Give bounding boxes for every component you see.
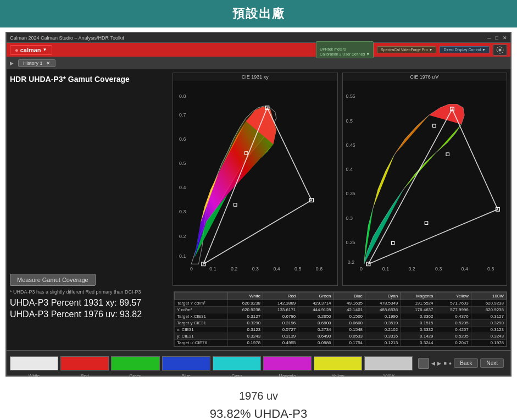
row-value: 0.6786 [263, 313, 298, 320]
swatch-white[interactable]: White [10, 356, 58, 371]
row-label: Y cd/m² [175, 307, 228, 313]
main-content: HDR UHDA-P3* Gamut Coverage Measure Gamu… [7, 69, 510, 289]
back-icon[interactable]: ◀ [431, 361, 435, 366]
swatch-label: Green [129, 373, 141, 378]
col-header-blue: Blue [333, 292, 365, 300]
row-value: 0.0533 [333, 333, 365, 340]
swatch-magenta[interactable]: Magenta [263, 356, 312, 371]
row-value: 0.3139 [263, 333, 298, 340]
swatch-cyan[interactable]: Cyan [213, 356, 261, 371]
col-header-label [175, 292, 228, 300]
swatch-green[interactable]: Green [111, 356, 159, 371]
charts-area: CIE 1931 xy 0.8 0.7 0.6 0.5 0.4 0.3 0.2 … [173, 73, 507, 286]
svg-text:0.35: 0.35 [346, 191, 355, 196]
svg-text:0.1: 0.1 [179, 253, 186, 259]
row-value: 0.1754 [333, 340, 365, 346]
close-icon[interactable]: ✕ [503, 35, 507, 41]
uprtek-conn-btn[interactable]: UPRtek meters Calibration 2 User Defined… [316, 41, 374, 58]
secondary-toolbar: ▶ History 1 ✕ [7, 57, 510, 69]
svg-text:0: 0 [190, 266, 193, 272]
app-window: Calman 2024 Calman Studio – Analysis/HDR… [5, 32, 512, 377]
swatch-yellow[interactable]: Yellow [314, 356, 362, 371]
svg-text:0.3: 0.3 [346, 215, 352, 221]
row-value: 444.9128 [298, 307, 333, 313]
table-row: Target y:CIE310.32900.31960.69000.06000.… [175, 320, 507, 327]
settings-icon-btn[interactable] [493, 45, 507, 56]
row-value: 478.5349 [365, 300, 401, 307]
svg-text:0.4: 0.4 [461, 266, 468, 272]
col-header-red: Red [263, 292, 298, 300]
stats-table-row: * UHDA-P3 has a slightly different Red p… [7, 289, 510, 350]
play-icon[interactable]: ▶ [10, 60, 14, 66]
minimize-icon[interactable]: ─ [487, 35, 491, 41]
row-value: 0.0986 [298, 340, 333, 346]
stat-1931: UHDA-P3 Percent 1931 xy: 89.57 [10, 298, 169, 308]
swatch-red[interactable]: Red [60, 356, 109, 371]
maximize-icon[interactable]: □ [496, 35, 498, 41]
row-value: 0.5205 [436, 320, 471, 327]
svg-point-0 [499, 48, 502, 51]
row-value: 620.9238 [471, 307, 506, 313]
col-header-yellow: Yellow [436, 292, 471, 300]
footnote: * UHDA-P3 has a slightly different Red p… [10, 289, 169, 295]
stop-icon[interactable]: ■ [443, 361, 446, 366]
cie1976-chart: 0.55 0.5 0.45 0.4 0.35 0.3 0.25 0.2 0 0.… [343, 81, 507, 283]
row-value: 0.3316 [365, 333, 401, 340]
row-value: 0.2650 [298, 313, 333, 320]
row-value: 0.1996 [365, 313, 401, 320]
row-value: 0.3332 [401, 327, 436, 333]
table-row: Y cd/m²620.9238133.6171444.912842.140148… [175, 307, 507, 313]
row-value: 42.1401 [333, 307, 365, 313]
row-value: 577.9996 [436, 307, 471, 313]
row-label: Target y:CIE31 [175, 320, 228, 327]
swatch-blue[interactable]: Blue [162, 356, 210, 371]
table-row: Target u':CIE760.19780.49550.09860.17540… [175, 340, 507, 346]
row-value: 620.9238 [227, 307, 263, 313]
label-1976: 1976 uv [0, 390, 517, 402]
col-header-100w: 100W [471, 292, 506, 300]
svg-text:0.4: 0.4 [346, 167, 352, 172]
row-value: 0.5205 [436, 333, 471, 340]
row-value: 429.3714 [298, 300, 333, 307]
play-icon-nav[interactable]: ▶ [437, 361, 441, 366]
row-value: 0.2102 [365, 327, 401, 333]
stat-1976: UHDA-P3 Percent 1976 uv: 93.82 [10, 310, 169, 319]
row-value: 0.2734 [298, 327, 333, 333]
svg-text:0.4: 0.4 [273, 266, 280, 272]
row-value: 0.1515 [401, 320, 436, 327]
row-value: 620.9238 [227, 300, 263, 307]
next-button[interactable]: Next [480, 358, 504, 368]
left-panel: HDR UHDA-P3* Gamut Coverage Measure Gamu… [10, 73, 169, 286]
row-value: 0.1213 [365, 340, 401, 346]
col-header-cyan: Cyan [365, 292, 401, 300]
swatch-label: Magenta [279, 373, 296, 378]
row-value: 0.3123 [471, 327, 506, 333]
row-value: 0.6900 [298, 320, 333, 327]
app-title: Calman 2024 Calman Studio – Analysis/HDR… [10, 35, 124, 41]
table-row: Target Y cd/m²620.9238142.3889429.371449… [175, 300, 507, 307]
row-value: 0.3127 [227, 313, 263, 320]
row-value: 0.5727 [263, 327, 298, 333]
row-label: Target u':CIE76 [175, 340, 228, 346]
row-value: 0.3127 [471, 313, 506, 320]
svg-text:0.6: 0.6 [316, 266, 323, 272]
record-icon[interactable]: ● [449, 361, 452, 366]
svg-text:0.1: 0.1 [382, 266, 388, 272]
row-label: Target Y cd/m² [175, 300, 228, 307]
row-value: 0.3290 [471, 320, 506, 327]
swatch-100w[interactable]: 100W [364, 356, 413, 371]
back-button[interactable]: Back [454, 358, 478, 368]
row-value: 142.3889 [263, 300, 298, 307]
direct-display-conn-btn[interactable]: Direct Display Control ▼ [440, 46, 490, 53]
row-value: 571.7603 [436, 300, 471, 307]
svg-text:0.7: 0.7 [179, 112, 186, 118]
header-title: 預設出廠 [232, 7, 285, 20]
row-label: x: CIE31 [175, 327, 228, 333]
cie1976-title: CIE 1976 u'v' [343, 73, 507, 81]
measure-gamut-button[interactable]: Measure Gamut Coverage [10, 274, 96, 286]
data-table-container: White Red Green Blue Cyan Magenta Yellow… [174, 291, 507, 347]
history-tab[interactable]: History 1 ✕ [18, 59, 55, 67]
spectraCal-conn-btn[interactable]: SpectraCal VideoForge Pro ▼ [377, 46, 436, 53]
row-label: Target x:CIE31 [175, 313, 228, 320]
cie1931-chart: 0.8 0.7 0.6 0.5 0.4 0.3 0.2 0.1 0 0.1 0.… [173, 81, 337, 283]
